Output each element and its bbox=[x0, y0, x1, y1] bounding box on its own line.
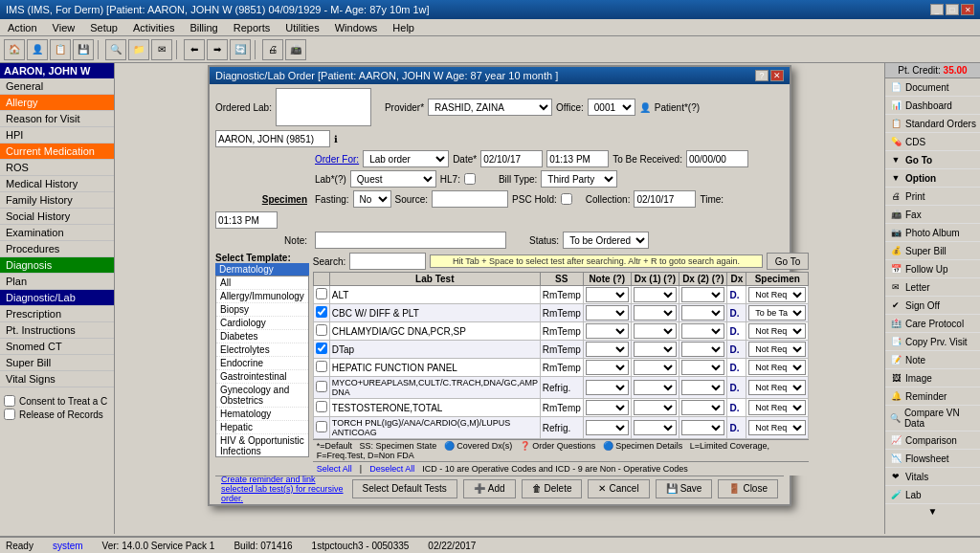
row-checkbox-5[interactable] bbox=[316, 381, 327, 392]
sidebar-item-allergy[interactable]: Allergy bbox=[0, 95, 114, 111]
note-select-6[interactable] bbox=[586, 400, 629, 415]
dx1-select-2[interactable] bbox=[634, 323, 677, 339]
dx2-select-5[interactable] bbox=[681, 380, 724, 395]
toolbar-btn-4[interactable]: 💾 bbox=[73, 39, 94, 60]
right-nav-note[interactable]: 📝 Note bbox=[885, 351, 980, 369]
toolbar-btn-fax[interactable]: 📠 bbox=[285, 39, 306, 60]
collection-date-field[interactable] bbox=[634, 190, 696, 208]
right-sidebar-arrow-down[interactable]: ▼ bbox=[885, 504, 980, 519]
modal-help-button[interactable]: ? bbox=[755, 70, 768, 81]
go-to-button[interactable]: Go To bbox=[767, 253, 810, 270]
specimen-select-5[interactable]: Not Req bbox=[748, 380, 806, 395]
specimen-select-0[interactable]: Not Req bbox=[748, 287, 806, 302]
toolbar-btn-3[interactable]: 📋 bbox=[50, 39, 71, 60]
toolbar-btn-7[interactable]: ✉ bbox=[151, 39, 172, 60]
info-icon[interactable]: ℹ bbox=[334, 134, 338, 144]
template-item-hepatic[interactable]: Hepatic bbox=[216, 421, 308, 434]
reminder-link[interactable]: Create reminder and link selected lab te… bbox=[221, 475, 346, 503]
dx1-select-4[interactable] bbox=[634, 360, 677, 375]
sidebar-item-medication[interactable]: Current Medication bbox=[0, 144, 114, 160]
sidebar-item-pt-instructions[interactable]: Pt. Instructions bbox=[0, 322, 114, 339]
row-checkbox-4[interactable] bbox=[316, 361, 327, 372]
toolbar-btn-2[interactable]: 👤 bbox=[27, 39, 48, 60]
specimen-select-4[interactable]: Not Req bbox=[748, 360, 806, 375]
order-for-select[interactable]: Lab order bbox=[363, 150, 449, 167]
right-nav-letter[interactable]: ✉ Letter bbox=[885, 278, 980, 297]
row-checkbox-1[interactable] bbox=[316, 306, 327, 318]
right-nav-goto[interactable]: ▼ Go To bbox=[885, 151, 980, 169]
toolbar-btn-10[interactable]: 🔄 bbox=[230, 39, 251, 60]
toolbar-btn-6[interactable]: 📁 bbox=[128, 39, 149, 60]
note-field[interactable] bbox=[315, 232, 506, 249]
template-item-hiv[interactable]: HIV & Opportunistic Infections bbox=[216, 434, 308, 457]
select-default-tests-button[interactable]: Select Default Tests bbox=[352, 479, 457, 498]
fasting-select[interactable]: No bbox=[353, 190, 391, 208]
row-checkbox-6[interactable] bbox=[316, 401, 327, 412]
sidebar-item-diagnostic-lab[interactable]: Diagnostic/Lab bbox=[0, 290, 114, 306]
right-nav-reminder[interactable]: 🔔 Reminder bbox=[885, 387, 980, 406]
deselect-all-link[interactable]: Deselect All bbox=[369, 464, 414, 474]
maximize-button[interactable]: □ bbox=[946, 4, 959, 15]
sidebar-item-plan[interactable]: Plan bbox=[0, 274, 114, 290]
delete-button[interactable]: 🗑 Delete bbox=[522, 479, 583, 498]
hl7-checkbox[interactable] bbox=[464, 173, 476, 185]
menu-utilities[interactable]: Utilities bbox=[281, 21, 323, 34]
right-nav-care-protocol[interactable]: 🏥 Care Protocol bbox=[885, 315, 980, 333]
menu-reports[interactable]: Reports bbox=[230, 21, 275, 34]
office-select[interactable]: 0001 bbox=[588, 99, 635, 116]
right-nav-vitals[interactable]: ❤ Vitals bbox=[885, 468, 980, 486]
right-nav-cds[interactable]: 💊 CDS bbox=[885, 133, 980, 151]
note-select-5[interactable] bbox=[586, 380, 629, 395]
row-checkbox-2[interactable] bbox=[316, 324, 327, 336]
right-nav-image[interactable]: 🖼 Image bbox=[885, 369, 980, 387]
menu-billing[interactable]: Billing bbox=[186, 21, 221, 34]
template-item-cardiology[interactable]: Cardiology bbox=[216, 317, 308, 330]
right-nav-lab[interactable]: 🧪 Lab bbox=[885, 486, 980, 504]
dx1-select-6[interactable] bbox=[634, 400, 677, 415]
menu-view[interactable]: View bbox=[49, 21, 79, 34]
right-nav-photo[interactable]: 📷 Photo Album bbox=[885, 224, 980, 242]
right-nav-print[interactable]: 🖨 Print bbox=[885, 188, 980, 206]
template-item-endocrine[interactable]: Endocrine bbox=[216, 357, 308, 370]
specimen-select-2[interactable]: Not Req bbox=[748, 323, 806, 339]
sidebar-item-diagnosis[interactable]: Diagnosis bbox=[0, 257, 114, 274]
psc-hold-checkbox[interactable] bbox=[561, 193, 572, 205]
sidebar-item-general[interactable]: General bbox=[0, 78, 114, 95]
template-item-electrolytes[interactable]: Electrolytes bbox=[216, 343, 308, 357]
note-select-0[interactable] bbox=[586, 287, 629, 302]
sidebar-item-procedures[interactable]: Procedures bbox=[0, 241, 114, 257]
date-field[interactable] bbox=[480, 150, 543, 167]
template-item-all[interactable]: All bbox=[216, 276, 308, 290]
template-item-diabetes[interactable]: Diabetes bbox=[216, 330, 308, 343]
row-checkbox-0[interactable] bbox=[316, 288, 327, 299]
collection-time-field[interactable] bbox=[215, 211, 278, 229]
sidebar-item-social-history[interactable]: Social History bbox=[0, 209, 114, 225]
dx1-select-1[interactable] bbox=[634, 305, 677, 321]
toolbar-btn-9[interactable]: ➡ bbox=[207, 39, 228, 60]
close-button[interactable]: 🚪 Close bbox=[718, 479, 778, 498]
dx2-select-3[interactable] bbox=[681, 342, 724, 357]
right-nav-flowsheet[interactable]: 📉 Flowsheet bbox=[885, 450, 980, 468]
to-be-received-field[interactable] bbox=[686, 150, 748, 167]
right-nav-comparison[interactable]: 📈 Comparison bbox=[885, 431, 980, 450]
right-nav-follow-up[interactable]: 📅 Follow Up bbox=[885, 260, 980, 278]
dx2-select-1[interactable] bbox=[681, 305, 724, 321]
dx1-select-5[interactable] bbox=[634, 380, 677, 395]
cancel-button[interactable]: ✕ Cancel bbox=[588, 479, 649, 498]
right-nav-compare-vn[interactable]: 🔍 Compare VN Data bbox=[885, 406, 980, 431]
modal-close-button[interactable]: ✕ bbox=[770, 70, 784, 81]
sidebar-item-family-history[interactable]: Family History bbox=[0, 192, 114, 209]
menu-help[interactable]: Help bbox=[389, 21, 418, 34]
template-selected[interactable]: Dermatology bbox=[215, 263, 309, 276]
row-checkbox-7[interactable] bbox=[316, 421, 327, 432]
sidebar-item-reason[interactable]: Reason for Visit bbox=[0, 111, 114, 127]
source-field[interactable] bbox=[432, 190, 508, 208]
sidebar-item-hpi[interactable]: HPI bbox=[0, 127, 114, 144]
right-nav-document[interactable]: 📄 Document bbox=[885, 78, 980, 97]
menu-setup[interactable]: Setup bbox=[86, 21, 122, 34]
consent-checkbox[interactable] bbox=[4, 395, 15, 407]
menu-windows[interactable]: Windows bbox=[331, 21, 382, 34]
right-nav-super-bill[interactable]: 💰 Super Bill bbox=[885, 242, 980, 260]
note-select-2[interactable] bbox=[586, 323, 629, 339]
toolbar-btn-1[interactable]: 🏠 bbox=[4, 39, 25, 60]
